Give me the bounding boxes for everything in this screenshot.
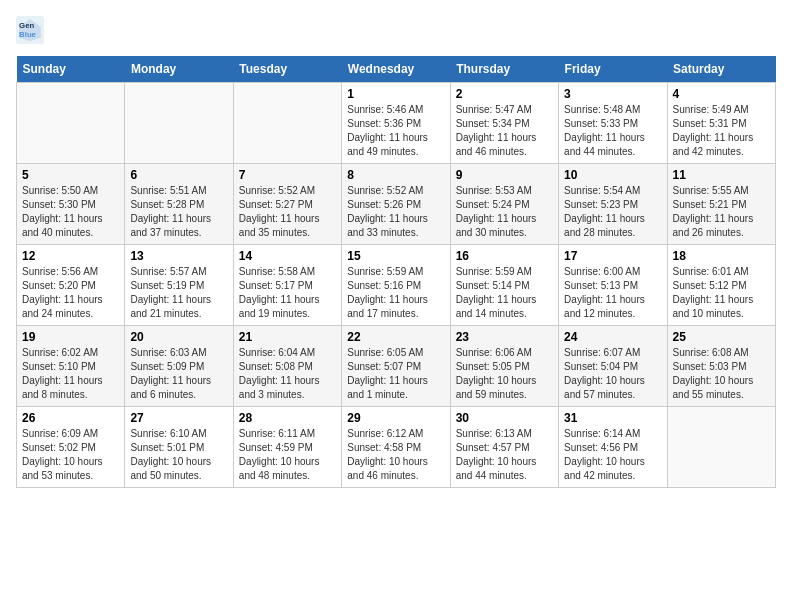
calendar-week-4: 19Sunrise: 6:02 AM Sunset: 5:10 PM Dayli… [17, 326, 776, 407]
day-number: 31 [564, 411, 661, 425]
day-number: 28 [239, 411, 336, 425]
calendar-cell: 5Sunrise: 5:50 AM Sunset: 5:30 PM Daylig… [17, 164, 125, 245]
calendar-week-3: 12Sunrise: 5:56 AM Sunset: 5:20 PM Dayli… [17, 245, 776, 326]
day-number: 15 [347, 249, 444, 263]
day-number: 12 [22, 249, 119, 263]
day-info: Sunrise: 5:57 AM Sunset: 5:19 PM Dayligh… [130, 265, 227, 321]
calendar-cell: 24Sunrise: 6:07 AM Sunset: 5:04 PM Dayli… [559, 326, 667, 407]
calendar-cell: 13Sunrise: 5:57 AM Sunset: 5:19 PM Dayli… [125, 245, 233, 326]
day-number: 2 [456, 87, 553, 101]
calendar-cell: 23Sunrise: 6:06 AM Sunset: 5:05 PM Dayli… [450, 326, 558, 407]
calendar-cell: 9Sunrise: 5:53 AM Sunset: 5:24 PM Daylig… [450, 164, 558, 245]
calendar-cell: 3Sunrise: 5:48 AM Sunset: 5:33 PM Daylig… [559, 83, 667, 164]
day-info: Sunrise: 5:52 AM Sunset: 5:26 PM Dayligh… [347, 184, 444, 240]
day-info: Sunrise: 5:59 AM Sunset: 5:16 PM Dayligh… [347, 265, 444, 321]
calendar-cell [17, 83, 125, 164]
weekday-header-monday: Monday [125, 56, 233, 83]
calendar-cell: 16Sunrise: 5:59 AM Sunset: 5:14 PM Dayli… [450, 245, 558, 326]
calendar-cell [125, 83, 233, 164]
day-info: Sunrise: 6:09 AM Sunset: 5:02 PM Dayligh… [22, 427, 119, 483]
day-info: Sunrise: 5:52 AM Sunset: 5:27 PM Dayligh… [239, 184, 336, 240]
calendar-cell: 2Sunrise: 5:47 AM Sunset: 5:34 PM Daylig… [450, 83, 558, 164]
day-number: 22 [347, 330, 444, 344]
logo: Gen Blue [16, 16, 48, 44]
day-info: Sunrise: 6:03 AM Sunset: 5:09 PM Dayligh… [130, 346, 227, 402]
day-info: Sunrise: 5:51 AM Sunset: 5:28 PM Dayligh… [130, 184, 227, 240]
day-number: 27 [130, 411, 227, 425]
day-info: Sunrise: 6:14 AM Sunset: 4:56 PM Dayligh… [564, 427, 661, 483]
calendar-week-2: 5Sunrise: 5:50 AM Sunset: 5:30 PM Daylig… [17, 164, 776, 245]
svg-text:Gen: Gen [19, 21, 34, 30]
calendar-cell: 10Sunrise: 5:54 AM Sunset: 5:23 PM Dayli… [559, 164, 667, 245]
day-info: Sunrise: 6:10 AM Sunset: 5:01 PM Dayligh… [130, 427, 227, 483]
calendar-cell [667, 407, 775, 488]
day-number: 8 [347, 168, 444, 182]
day-number: 6 [130, 168, 227, 182]
day-info: Sunrise: 6:00 AM Sunset: 5:13 PM Dayligh… [564, 265, 661, 321]
weekday-header-friday: Friday [559, 56, 667, 83]
calendar-cell: 11Sunrise: 5:55 AM Sunset: 5:21 PM Dayli… [667, 164, 775, 245]
day-info: Sunrise: 6:01 AM Sunset: 5:12 PM Dayligh… [673, 265, 770, 321]
calendar-week-5: 26Sunrise: 6:09 AM Sunset: 5:02 PM Dayli… [17, 407, 776, 488]
day-info: Sunrise: 5:59 AM Sunset: 5:14 PM Dayligh… [456, 265, 553, 321]
day-number: 17 [564, 249, 661, 263]
weekday-header-tuesday: Tuesday [233, 56, 341, 83]
calendar-cell: 28Sunrise: 6:11 AM Sunset: 4:59 PM Dayli… [233, 407, 341, 488]
calendar-cell: 21Sunrise: 6:04 AM Sunset: 5:08 PM Dayli… [233, 326, 341, 407]
day-number: 18 [673, 249, 770, 263]
day-info: Sunrise: 5:50 AM Sunset: 5:30 PM Dayligh… [22, 184, 119, 240]
calendar-cell: 4Sunrise: 5:49 AM Sunset: 5:31 PM Daylig… [667, 83, 775, 164]
day-number: 13 [130, 249, 227, 263]
calendar-cell: 7Sunrise: 5:52 AM Sunset: 5:27 PM Daylig… [233, 164, 341, 245]
calendar-cell: 17Sunrise: 6:00 AM Sunset: 5:13 PM Dayli… [559, 245, 667, 326]
calendar-cell: 14Sunrise: 5:58 AM Sunset: 5:17 PM Dayli… [233, 245, 341, 326]
logo-icon: Gen Blue [16, 16, 44, 44]
weekday-header-saturday: Saturday [667, 56, 775, 83]
day-number: 14 [239, 249, 336, 263]
calendar-cell: 27Sunrise: 6:10 AM Sunset: 5:01 PM Dayli… [125, 407, 233, 488]
calendar-cell: 29Sunrise: 6:12 AM Sunset: 4:58 PM Dayli… [342, 407, 450, 488]
day-number: 23 [456, 330, 553, 344]
day-info: Sunrise: 5:49 AM Sunset: 5:31 PM Dayligh… [673, 103, 770, 159]
calendar-cell: 12Sunrise: 5:56 AM Sunset: 5:20 PM Dayli… [17, 245, 125, 326]
day-number: 10 [564, 168, 661, 182]
day-info: Sunrise: 5:47 AM Sunset: 5:34 PM Dayligh… [456, 103, 553, 159]
day-info: Sunrise: 6:12 AM Sunset: 4:58 PM Dayligh… [347, 427, 444, 483]
day-info: Sunrise: 5:54 AM Sunset: 5:23 PM Dayligh… [564, 184, 661, 240]
day-number: 5 [22, 168, 119, 182]
day-number: 4 [673, 87, 770, 101]
day-number: 29 [347, 411, 444, 425]
day-info: Sunrise: 6:04 AM Sunset: 5:08 PM Dayligh… [239, 346, 336, 402]
day-number: 24 [564, 330, 661, 344]
calendar-cell: 31Sunrise: 6:14 AM Sunset: 4:56 PM Dayli… [559, 407, 667, 488]
day-info: Sunrise: 6:06 AM Sunset: 5:05 PM Dayligh… [456, 346, 553, 402]
day-number: 1 [347, 87, 444, 101]
day-info: Sunrise: 5:48 AM Sunset: 5:33 PM Dayligh… [564, 103, 661, 159]
day-info: Sunrise: 6:05 AM Sunset: 5:07 PM Dayligh… [347, 346, 444, 402]
day-info: Sunrise: 5:55 AM Sunset: 5:21 PM Dayligh… [673, 184, 770, 240]
day-number: 20 [130, 330, 227, 344]
weekday-header-sunday: Sunday [17, 56, 125, 83]
calendar-cell: 1Sunrise: 5:46 AM Sunset: 5:36 PM Daylig… [342, 83, 450, 164]
day-info: Sunrise: 5:58 AM Sunset: 5:17 PM Dayligh… [239, 265, 336, 321]
day-info: Sunrise: 5:56 AM Sunset: 5:20 PM Dayligh… [22, 265, 119, 321]
day-number: 25 [673, 330, 770, 344]
day-number: 30 [456, 411, 553, 425]
calendar-cell: 6Sunrise: 5:51 AM Sunset: 5:28 PM Daylig… [125, 164, 233, 245]
calendar-header: SundayMondayTuesdayWednesdayThursdayFrid… [17, 56, 776, 83]
day-number: 7 [239, 168, 336, 182]
weekday-header-thursday: Thursday [450, 56, 558, 83]
weekday-header-wednesday: Wednesday [342, 56, 450, 83]
page-header: Gen Blue [16, 16, 776, 44]
day-info: Sunrise: 6:08 AM Sunset: 5:03 PM Dayligh… [673, 346, 770, 402]
calendar-cell [233, 83, 341, 164]
day-info: Sunrise: 6:11 AM Sunset: 4:59 PM Dayligh… [239, 427, 336, 483]
calendar-cell: 18Sunrise: 6:01 AM Sunset: 5:12 PM Dayli… [667, 245, 775, 326]
calendar-table: SundayMondayTuesdayWednesdayThursdayFrid… [16, 56, 776, 488]
calendar-cell: 30Sunrise: 6:13 AM Sunset: 4:57 PM Dayli… [450, 407, 558, 488]
day-info: Sunrise: 6:07 AM Sunset: 5:04 PM Dayligh… [564, 346, 661, 402]
day-number: 11 [673, 168, 770, 182]
day-number: 16 [456, 249, 553, 263]
day-number: 19 [22, 330, 119, 344]
day-info: Sunrise: 6:13 AM Sunset: 4:57 PM Dayligh… [456, 427, 553, 483]
